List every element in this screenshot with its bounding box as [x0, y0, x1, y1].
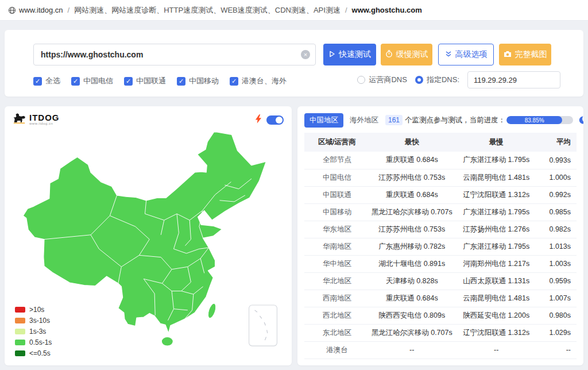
cell-fastest: 重庆联通 0.684s — [370, 186, 454, 203]
isp-checkbox[interactable]: ✓中国移动 — [177, 76, 219, 86]
checkbox-box-icon[interactable]: ✓ — [230, 77, 238, 86]
isp-checkbox[interactable]: ✓港澳台、海外 — [230, 76, 287, 86]
map-panel: ITDOG www.itdog.cn — [5, 106, 292, 365]
checkbox-box-icon[interactable]: ✓ — [124, 77, 133, 86]
double-chevron-down-icon — [445, 50, 452, 59]
dns-option-group: 运营商DNS 指定DNS: — [357, 71, 560, 88]
cell-slowest: 广东湛江移动 1.795s — [454, 238, 539, 255]
itdog-logo: ITDOG www.itdog.cn — [13, 112, 60, 126]
legend-label: 1s-3s — [29, 327, 46, 336]
tab-overseas-region[interactable]: 海外地区 — [350, 115, 378, 125]
advanced-options-button[interactable]: 高级选项 — [438, 44, 494, 65]
checkbox-box-icon[interactable]: ✓ — [71, 77, 80, 86]
checkbox-label: 中国移动 — [189, 76, 219, 86]
results-table-header: 区域/运营商最快最慢平均 — [304, 133, 577, 152]
cell-average: 1.013s — [539, 238, 577, 255]
table-row: 全部节点重庆联通 0.684s广东湛江移动 1.795s0.993s — [304, 152, 577, 169]
legend-swatch — [15, 318, 25, 323]
table-row: 西南地区重庆联通 0.684s云南昆明电信 1.481s1.007s — [304, 290, 577, 307]
carrier-dns-radio[interactable]: 运营商DNS — [357, 75, 407, 85]
specified-dns-radio[interactable]: 指定DNS: — [415, 75, 459, 85]
url-input-wrap: × — [33, 44, 316, 65]
cell-region: 华南地区 — [304, 238, 370, 255]
cell-average: 0.959s — [539, 272, 577, 290]
cell-slowest: 河南郑州电信 1.217s — [454, 255, 539, 272]
full-screenshot-button[interactable]: 完整截图 — [499, 44, 551, 65]
tab-china-region[interactable]: 中国地区 — [304, 113, 343, 128]
isp-checkbox[interactable]: ✓中国联通 — [124, 76, 166, 86]
advanced-options-label: 高级选项 — [455, 49, 488, 60]
legend-item: <=0.5s — [15, 349, 52, 357]
cell-slowest: 广东湛江移动 1.795s — [454, 203, 539, 221]
monitor-count-badge: 161 — [385, 115, 403, 125]
cell-slowest: 江苏扬州电信 1.276s — [454, 221, 539, 238]
checkbox-label: 中国联通 — [136, 76, 166, 86]
legend-label: <=0.5s — [29, 349, 51, 357]
monitor-count-suffix: 个监测点参与测试，当前进度： — [405, 115, 505, 125]
checkbox-label: 港澳台、海外 — [242, 76, 287, 86]
cell-average: 0.992s — [539, 186, 577, 203]
play-icon — [328, 50, 335, 59]
cell-fastest: 江苏苏州电信 0.753s — [370, 221, 454, 238]
radio-circle[interactable] — [357, 76, 365, 84]
table-row: 港澳台------ — [304, 341, 577, 359]
isp-checkbox[interactable]: ✓中国电信 — [71, 76, 113, 86]
cell-region: 中国移动 — [304, 203, 370, 221]
cell-region: 西北地区 — [304, 307, 370, 324]
results-header: 中国地区 海外地区 161 个监测点参与测试，当前进度： 83.85% — [304, 113, 577, 127]
cell-average: 1.029s — [539, 324, 577, 341]
cell-region: 港澳台 — [304, 341, 370, 359]
hainan-island — [161, 337, 173, 346]
column-header: 最慢 — [454, 133, 539, 152]
table-row: 中国联通重庆联通 0.684s辽宁沈阳联通 1.312s0.992s — [304, 186, 577, 203]
fast-test-button[interactable]: 快速测试 — [323, 44, 376, 65]
cell-fastest: 重庆联通 0.684s — [370, 152, 454, 169]
checkbox-label: 中国电信 — [83, 76, 113, 86]
checkbox-box-icon[interactable]: ✓ — [177, 77, 185, 86]
checkbox-box-icon[interactable]: ✓ — [33, 77, 42, 86]
breadcrumb-target-domain: www.ghostchu.com — [352, 6, 422, 14]
cell-slowest: 山西太原联通 1.131s — [454, 272, 539, 290]
carrier-dns-label: 运营商DNS — [369, 75, 407, 85]
cell-fastest: 湖北十堰电信 0.891s — [370, 255, 454, 272]
cell-region: 华东地区 — [304, 221, 370, 238]
breadcrumb-services: 网站测速、网站速度诊断、HTTP速度测试、WEB速度测试、CDN测速、API测速 — [74, 5, 341, 16]
cell-average: 0.993s — [539, 152, 577, 169]
fast-test-label: 快速测试 — [339, 49, 371, 60]
table-row: 华东地区江苏苏州电信 0.753s江苏扬州电信 1.276s0.982s — [304, 221, 577, 238]
slow-test-button[interactable]: 缓慢测试 — [381, 44, 432, 65]
legend-swatch — [15, 350, 25, 356]
cell-region: 全部节点 — [304, 152, 370, 169]
breadcrumb-separator: / — [68, 6, 70, 14]
cell-slowest: 广东湛江移动 1.795s — [454, 152, 539, 169]
legend-item: >10s — [15, 306, 52, 314]
breadcrumb-site-link[interactable]: www.itdog.cn — [19, 6, 63, 14]
cell-slowest: 辽宁沈阳联通 1.312s — [454, 186, 539, 203]
lightning-icon — [255, 114, 262, 126]
dns-input[interactable] — [467, 71, 560, 88]
cell-average: 1.007s — [539, 290, 577, 307]
cell-region: 东北地区 — [304, 324, 370, 341]
column-header: 最快 — [370, 133, 454, 152]
cell-average: 0.985s — [539, 203, 577, 221]
map-legend: >10s3s-10s1s-3s0.5s-1s<=0.5s — [15, 303, 52, 357]
map-mode-toggle[interactable] — [266, 115, 284, 125]
cell-fastest: 江苏苏州电信 0.753s — [370, 169, 454, 186]
moon-icon[interactable] — [577, 115, 583, 125]
legend-label: 0.5s-1s — [29, 338, 52, 346]
column-header: 区域/运营商 — [304, 133, 370, 152]
radio-circle[interactable] — [415, 76, 423, 84]
cell-average: 0.980s — [539, 307, 577, 324]
map-controls — [255, 114, 284, 126]
cell-fastest: 天津移动 0.828s — [370, 272, 454, 290]
cell-slowest: 云南昆明电信 1.481s — [454, 169, 539, 186]
clear-input-icon[interactable]: × — [301, 50, 310, 59]
globe-icon — [8, 6, 16, 14]
cell-region: 中国电信 — [304, 169, 370, 186]
url-input[interactable] — [33, 44, 316, 65]
cell-fastest: 黑龙江哈尔滨移动 0.707s — [370, 203, 454, 221]
isp-checkbox[interactable]: ✓全选 — [33, 76, 60, 86]
legend-swatch — [15, 329, 25, 334]
legend-item: 0.5s-1s — [15, 338, 52, 346]
breadcrumb-separator: / — [345, 6, 347, 14]
